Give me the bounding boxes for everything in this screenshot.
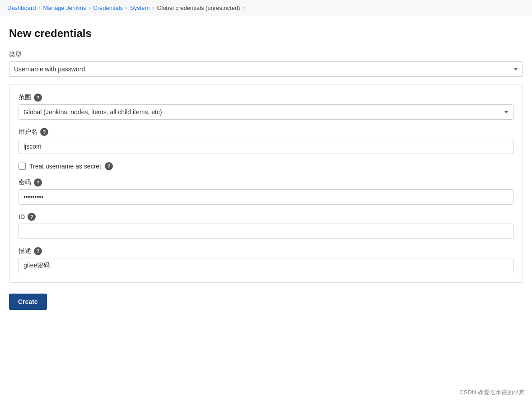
breadcrumb-sep-2: › bbox=[89, 5, 90, 11]
id-help-icon[interactable]: ? bbox=[28, 213, 36, 221]
description-help-icon[interactable]: ? bbox=[34, 247, 42, 255]
page-title: New credentials bbox=[9, 27, 523, 40]
treat-secret-row: Treat username as secret ? bbox=[19, 162, 513, 170]
breadcrumb-credentials[interactable]: Credentials bbox=[93, 5, 123, 11]
id-label: ID ? bbox=[19, 213, 513, 221]
breadcrumb-global-credentials: Global credentials (unrestricted) bbox=[157, 5, 240, 11]
scope-label: 范围 ? bbox=[19, 93, 513, 102]
password-label: 密码 ? bbox=[19, 178, 513, 187]
breadcrumb-manage-jenkins[interactable]: Manage Jenkins bbox=[43, 5, 86, 11]
username-help-icon[interactable]: ? bbox=[40, 128, 48, 136]
inner-form-panel: 范围 ? Global (Jenkins, nodes, items, all … bbox=[9, 84, 523, 283]
treat-secret-checkbox[interactable] bbox=[19, 163, 26, 170]
scope-field: 范围 ? Global (Jenkins, nodes, items, all … bbox=[19, 93, 513, 120]
main-content: New credentials 类型 Username with passwor… bbox=[0, 16, 532, 321]
treat-secret-help-icon[interactable]: ? bbox=[105, 162, 113, 170]
breadcrumb-sep-5: › bbox=[243, 5, 245, 11]
username-input[interactable] bbox=[19, 139, 513, 154]
treat-secret-label: Treat username as secret bbox=[29, 163, 101, 170]
username-field: 用户名 ? bbox=[19, 128, 513, 154]
breadcrumb: Dashboard › Manage Jenkins › Credentials… bbox=[0, 0, 532, 16]
username-label: 用户名 ? bbox=[19, 128, 513, 136]
type-section: 类型 Username with password bbox=[9, 51, 523, 77]
type-select[interactable]: Username with password bbox=[9, 61, 523, 77]
password-input[interactable] bbox=[19, 189, 513, 205]
type-label: 类型 bbox=[9, 51, 523, 59]
scope-help-icon[interactable]: ? bbox=[34, 93, 42, 102]
description-label: 描述 ? bbox=[19, 247, 513, 255]
scope-select[interactable]: Global (Jenkins, nodes, items, all child… bbox=[19, 104, 513, 120]
footer-credit: CSDN @爱吃水饺的小京 bbox=[459, 388, 525, 397]
id-field: ID ? bbox=[19, 213, 513, 239]
breadcrumb-dashboard[interactable]: Dashboard bbox=[7, 5, 36, 11]
create-button[interactable]: Create bbox=[9, 294, 47, 310]
breadcrumb-sep-4: › bbox=[152, 5, 154, 11]
breadcrumb-sep-1: › bbox=[39, 5, 41, 11]
description-input[interactable] bbox=[19, 258, 513, 273]
breadcrumb-sep-3: › bbox=[126, 5, 127, 11]
password-help-icon[interactable]: ? bbox=[34, 178, 42, 187]
password-field: 密码 ? bbox=[19, 178, 513, 205]
description-field: 描述 ? bbox=[19, 247, 513, 273]
breadcrumb-system[interactable]: System bbox=[130, 5, 149, 11]
id-input[interactable] bbox=[19, 224, 513, 239]
